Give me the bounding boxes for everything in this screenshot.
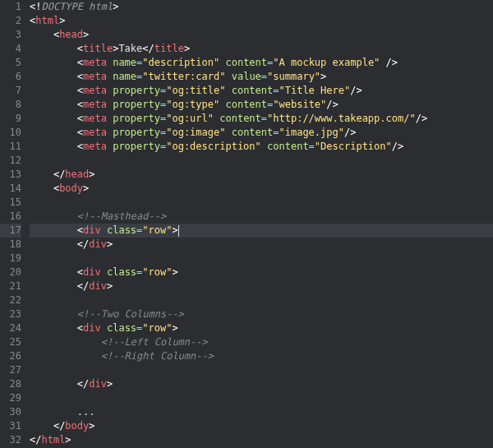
code-editor[interactable]: 1234567891011121314151617181920212223242… <box>0 0 493 448</box>
line-number: 30 <box>0 405 21 419</box>
code-line[interactable]: <meta property="og:url" content="http://… <box>30 112 493 126</box>
line-number: 20 <box>0 266 21 279</box>
token-text <box>225 85 231 96</box>
code-line[interactable]: <div class="row"> <box>30 266 493 279</box>
code-line[interactable]: <div class="row"> <box>30 224 493 238</box>
code-line[interactable]: </body> <box>30 419 493 433</box>
line-number: 5 <box>0 56 21 70</box>
code-line[interactable] <box>30 391 493 405</box>
token-string: "website" <box>273 99 326 110</box>
code-line[interactable]: </div> <box>30 238 493 252</box>
token-tag: meta <box>83 57 107 68</box>
line-number: 27 <box>0 363 21 377</box>
code-line[interactable]: <head> <box>30 28 493 42</box>
token-bracket: < <box>77 57 83 68</box>
token-eq: = <box>261 113 267 124</box>
code-line[interactable]: <meta property="og:type" content="websit… <box>30 98 493 112</box>
token-bracket: </ <box>142 43 154 54</box>
token-bracket: < <box>77 113 83 124</box>
token-bracket: > <box>65 434 71 446</box>
token-tag: head <box>59 29 83 40</box>
token-tag: div <box>83 224 101 236</box>
code-line[interactable]: <!--Two Columns--> <box>30 307 493 321</box>
line-number: 7 <box>0 84 21 98</box>
token-bracket: < <box>77 266 83 278</box>
token-attr: class <box>107 224 136 236</box>
token-tag: meta <box>83 141 107 152</box>
code-line[interactable]: <body> <box>30 182 493 196</box>
token-tag: body <box>65 420 89 432</box>
token-text <box>225 71 231 82</box>
token-attr: content <box>225 57 267 68</box>
token-bracket: /> <box>386 57 398 68</box>
code-line[interactable]: <!--Right Column--> <box>30 349 493 363</box>
line-number: 25 <box>0 335 21 349</box>
line-number: 11 <box>0 140 21 154</box>
code-line[interactable]: <div class="row"> <box>30 321 493 335</box>
line-number: 21 <box>0 279 21 293</box>
token-bracket: < <box>77 224 83 236</box>
code-line[interactable] <box>30 363 493 377</box>
code-line[interactable] <box>30 196 493 210</box>
token-bracket: > <box>107 378 113 390</box>
code-line[interactable]: <!DOCTYPE html> <box>30 0 493 14</box>
token-bracket: </ <box>77 238 89 250</box>
token-bracket: /> <box>344 127 356 138</box>
code-line[interactable]: </div> <box>30 279 493 293</box>
code-line[interactable]: <meta name="description" content="A mock… <box>30 56 493 70</box>
token-attr: content <box>232 127 274 138</box>
code-line[interactable]: <!--Masthead--> <box>30 210 493 224</box>
code-line[interactable] <box>30 293 493 307</box>
token-bracket: > <box>113 1 118 12</box>
token-bracket: > <box>89 420 94 432</box>
token-tag: title <box>83 43 113 54</box>
token-tag: div <box>89 280 107 292</box>
token-bracket: </ <box>30 434 41 446</box>
token-attr: class <box>107 266 136 278</box>
token-string: "og:title" <box>166 85 225 96</box>
token-bracket: /> <box>416 113 427 124</box>
token-string: "Description" <box>315 141 392 152</box>
token-bracket: <! <box>30 1 41 12</box>
token-string: "summary" <box>267 71 320 82</box>
line-number: 29 <box>0 391 21 405</box>
line-number: 12 <box>0 154 21 168</box>
token-text <box>101 266 107 278</box>
code-line[interactable] <box>30 154 493 168</box>
token-string: "Title Here" <box>279 85 351 96</box>
token-bracket: > <box>83 29 89 40</box>
token-tag: title <box>154 43 184 54</box>
token-string: "og:image" <box>166 127 225 138</box>
code-line[interactable]: ... <box>30 405 493 419</box>
code-line[interactable]: <meta property="og:description" content=… <box>30 140 493 154</box>
code-area[interactable]: <!DOCTYPE html><html> <head> <title>Take… <box>28 0 493 448</box>
token-string: "row" <box>142 266 172 278</box>
line-number: 24 <box>0 321 21 335</box>
code-line[interactable]: <meta property="og:title" content="Title… <box>30 84 493 98</box>
token-string: "A mockup example" <box>273 57 380 68</box>
code-line[interactable]: <html> <box>30 14 493 28</box>
token-attr: value <box>232 71 261 82</box>
token-bracket: /> <box>350 85 362 96</box>
token-tag: div <box>83 266 101 278</box>
token-string: "og:type" <box>166 99 219 110</box>
line-number: 23 <box>0 307 21 321</box>
token-text <box>261 141 267 152</box>
code-line[interactable]: </html> <box>30 433 493 447</box>
token-attr: property <box>113 113 160 124</box>
line-number-gutter: 1234567891011121314151617181920212223242… <box>0 0 28 448</box>
token-bracket: > <box>107 280 113 292</box>
code-line[interactable]: <!--Left Column--> <box>30 335 493 349</box>
token-bracket: > <box>172 224 177 236</box>
code-line[interactable]: <meta property="og:image" content="image… <box>30 126 493 140</box>
token-comment: <!--Left Column--> <box>101 336 208 348</box>
token-bracket: > <box>172 266 177 278</box>
code-line[interactable]: </head> <box>30 168 493 182</box>
token-bracket: < <box>77 322 83 334</box>
code-line[interactable]: <title>Take</title> <box>30 42 493 56</box>
code-line[interactable] <box>30 252 493 266</box>
token-eq: = <box>273 127 279 138</box>
code-line[interactable]: <meta name="twitter:card" value="summary… <box>30 70 493 84</box>
token-comment: <!--Right Column--> <box>101 350 214 362</box>
code-line[interactable]: </div> <box>30 377 493 391</box>
